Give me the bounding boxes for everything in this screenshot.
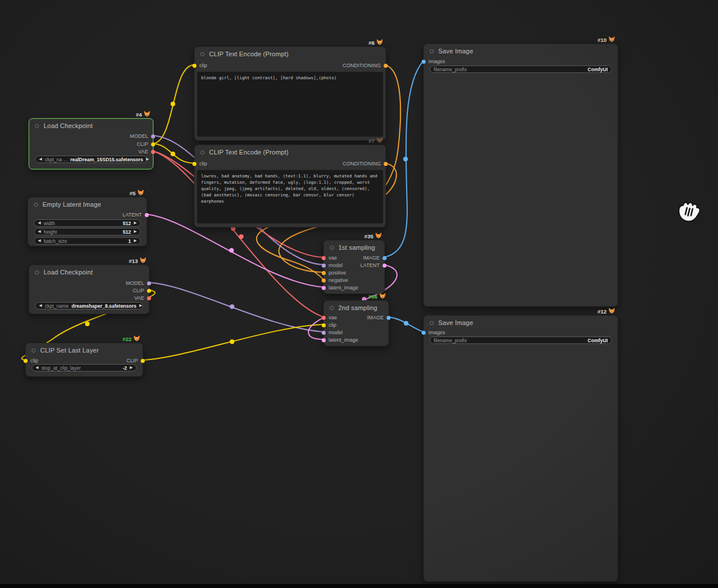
output-slot-label: LATENT xyxy=(360,262,380,268)
output-slot-dot-MODEL[interactable] xyxy=(151,134,155,138)
input-slot-dot-negative[interactable] xyxy=(322,278,326,283)
input-slot-dot-clip[interactable] xyxy=(24,359,28,363)
input-slot-clip: clip xyxy=(24,357,38,364)
input-slot-latent_image: latent_image xyxy=(322,336,358,343)
output-slot-dot-VAE[interactable] xyxy=(147,296,151,300)
node-titlebar[interactable]: 1st sampling xyxy=(324,241,384,254)
input-slot-dot-latent_image[interactable] xyxy=(322,338,326,342)
node-clip-text-encode-prompt-7[interactable]: #7CLIP Text Encode (Prompt)clipCONDITION… xyxy=(194,145,386,227)
fox-badge-icon xyxy=(140,257,146,265)
widget-stop_at_clip_layer[interactable]: ◀stop_at_clip_layer-2▶ xyxy=(32,364,137,372)
node-titlebar[interactable]: CLIP Text Encode (Prompt) xyxy=(195,145,385,159)
node-load-checkpoint-4[interactable]: #4Load CheckpointMODELCLIPVAE◀ckpt_na ..… xyxy=(29,118,153,169)
widget-ckpt_name[interactable]: ◀ckpt_namedreamshaper_8.safetensors▶ xyxy=(35,302,143,310)
decrement-arrow-icon[interactable]: ◀ xyxy=(39,157,42,161)
input-slot-dot-positive[interactable] xyxy=(322,271,326,275)
wire-midpoint-dot xyxy=(403,157,408,161)
node-titlebar[interactable]: Load Checkpoint xyxy=(29,119,153,133)
node-titlebar[interactable]: Save Image xyxy=(424,316,617,330)
input-slot-negative: negative xyxy=(322,277,348,284)
output-slot-dot-MODEL[interactable] xyxy=(147,281,151,285)
output-slot-label: CONDITIONING xyxy=(343,63,381,68)
increment-arrow-icon[interactable]: ▶ xyxy=(134,239,137,243)
collapse-dot-icon[interactable] xyxy=(35,270,39,274)
collapse-dot-icon[interactable] xyxy=(330,246,334,250)
output-slot-label: CLIP xyxy=(126,358,138,363)
wire-midpoint-dot xyxy=(239,234,244,239)
node-titlebar[interactable]: 2nd sampling xyxy=(324,301,388,315)
node-titlebar[interactable]: Empty Latent Image xyxy=(28,198,146,211)
node-save-image-12[interactable]: #12Save Imageimagesfilename_prefixComfyU… xyxy=(423,315,618,582)
node-empty-latent-image-5[interactable]: #5Empty Latent ImageLATENT◀width512▶◀hei… xyxy=(28,197,147,246)
widget-label: ckpt_na ... xyxy=(45,157,67,163)
output-slot-label: CLIP xyxy=(137,141,148,147)
output-slot-dot-LATENT[interactable] xyxy=(145,213,149,217)
collapse-dot-icon[interactable] xyxy=(200,150,204,154)
input-slot-dot-latent_image[interactable] xyxy=(322,286,326,290)
node-1st-sampling-35[interactable]: #351st samplingvaemodelpositivenegativel… xyxy=(323,240,385,294)
output-slot-dot-CONDITIONING[interactable] xyxy=(384,64,388,68)
node-title: Save Image xyxy=(438,319,473,326)
output-slot-dot-IMAGE[interactable] xyxy=(387,316,391,320)
prompt-textarea[interactable]: blonde girl, [light contrast], [hard sha… xyxy=(197,72,383,137)
input-slot-dot-clip[interactable] xyxy=(192,64,196,68)
widget-label: height xyxy=(44,229,57,235)
collapse-dot-icon[interactable] xyxy=(200,52,204,56)
increment-arrow-icon[interactable]: ▶ xyxy=(146,157,149,161)
input-slot-dot-images[interactable] xyxy=(422,60,426,64)
graph-canvas[interactable]: #4Load CheckpointMODELCLIPVAE◀ckpt_na ..… xyxy=(0,0,718,588)
input-slot-label: vae xyxy=(329,315,337,320)
decrement-arrow-icon[interactable]: ◀ xyxy=(38,239,41,243)
input-slot-vae: vae xyxy=(322,314,337,321)
output-slot-dot-CONDITIONING[interactable] xyxy=(384,162,388,166)
collapse-dot-icon[interactable] xyxy=(430,321,434,325)
node-titlebar[interactable]: CLIP Set Last Layer xyxy=(26,343,142,357)
node-save-image-10[interactable]: #10Save Imageimagesfilename_prefixComfyU… xyxy=(423,44,618,307)
increment-arrow-icon[interactable]: ▶ xyxy=(134,230,137,234)
prompt-textarea[interactable]: lowres, bad anatomy, bad hands, (text:1.… xyxy=(197,170,383,223)
decrement-arrow-icon[interactable]: ◀ xyxy=(38,230,41,234)
input-slot-dot-clip[interactable] xyxy=(322,323,326,327)
input-slot-dot-images[interactable] xyxy=(422,331,426,335)
node-clip-set-last-layer-22[interactable]: #22CLIP Set Last LayerclipCLIP◀stop_at_c… xyxy=(25,343,143,377)
widget-filename_prefix[interactable]: filename_prefixComfyUI xyxy=(430,336,612,344)
collapse-dot-icon[interactable] xyxy=(34,203,38,207)
output-slot-dot-IMAGE[interactable] xyxy=(383,256,387,260)
collapse-dot-icon[interactable] xyxy=(430,49,434,53)
widget-filename_prefix[interactable]: filename_prefixComfyUI xyxy=(430,65,612,73)
output-slot-dot-LATENT[interactable] xyxy=(383,264,387,268)
collapse-dot-icon[interactable] xyxy=(32,349,36,353)
output-slot-dot-VAE[interactable] xyxy=(151,150,155,154)
collapse-dot-icon[interactable] xyxy=(330,306,334,310)
node-load-checkpoint-13[interactable]: #13Load CheckpointMODELCLIPVAE◀ckpt_name… xyxy=(29,265,149,314)
node-titlebar[interactable]: Save Image xyxy=(424,44,617,58)
decrement-arrow-icon[interactable]: ◀ xyxy=(38,221,41,225)
widget-height[interactable]: ◀height512▶ xyxy=(34,228,141,235)
input-slot-dot-vae[interactable] xyxy=(322,256,326,260)
node-clip-text-encode-prompt-6[interactable]: #6CLIP Text Encode (Prompt)clipCONDITION… xyxy=(194,47,386,141)
output-slot-dot-CLIP[interactable] xyxy=(151,142,155,146)
wire-midpoint-dot xyxy=(85,322,90,326)
widget-ckpt_na[interactable]: ◀ckpt_na ...realDream_15SD15.safetensors… xyxy=(35,156,147,163)
output-slot-dot-CLIP[interactable] xyxy=(141,359,145,363)
increment-arrow-icon[interactable]: ▶ xyxy=(134,221,137,225)
node-2nd-sampling-36[interactable]: #362nd samplingvaeclipmodellatent_imageI… xyxy=(323,300,389,346)
output-slot-dot-CLIP[interactable] xyxy=(147,289,151,293)
increment-arrow-icon[interactable]: ▶ xyxy=(130,366,133,370)
input-slot-dot-model[interactable] xyxy=(322,331,326,335)
decrement-arrow-icon[interactable]: ◀ xyxy=(39,304,42,308)
input-slot-dot-model[interactable] xyxy=(322,264,326,268)
decrement-arrow-icon[interactable]: ◀ xyxy=(36,366,38,370)
node-titlebar[interactable]: CLIP Text Encode (Prompt) xyxy=(195,47,385,61)
input-slot-dot-vae[interactable] xyxy=(322,316,326,320)
input-slot-label: model xyxy=(329,330,343,335)
collapse-dot-icon[interactable] xyxy=(35,124,39,128)
node-titlebar[interactable]: Load Checkpoint xyxy=(29,265,149,279)
output-slot-IMAGE: IMAGE xyxy=(363,254,387,261)
input-slot-dot-clip[interactable] xyxy=(192,162,196,166)
widget-width[interactable]: ◀width512▶ xyxy=(34,219,141,227)
increment-arrow-icon[interactable]: ▶ xyxy=(140,304,142,308)
input-slot-label: images xyxy=(429,330,445,335)
widget-batch_size[interactable]: ◀batch_size1▶ xyxy=(34,237,141,245)
widget-label: ckpt_name xyxy=(45,303,69,309)
